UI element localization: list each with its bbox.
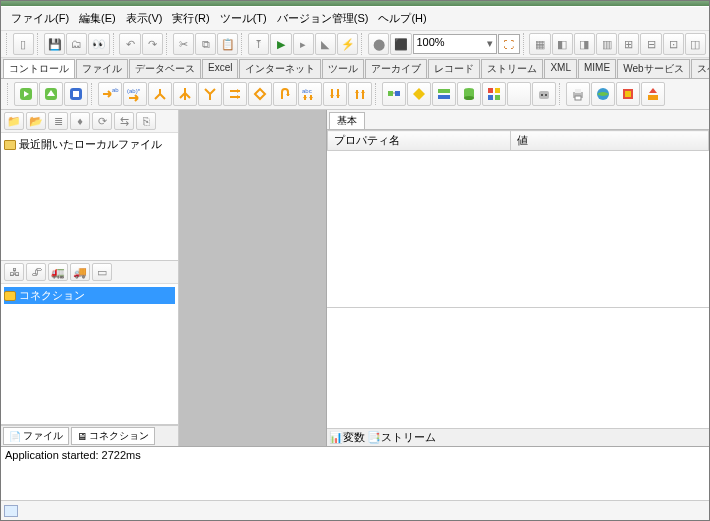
layout5-icon[interactable]: ⊟ [640, 33, 661, 55]
branch-uturn-icon[interactable] [273, 82, 297, 106]
tab-file[interactable]: 📄ファイル [3, 427, 69, 445]
category-tab[interactable]: MIME [578, 59, 616, 78]
sort-down-icon[interactable] [323, 82, 347, 106]
menu-file[interactable]: ファイル(F) [7, 9, 73, 28]
category-tab[interactable]: レコード [428, 59, 480, 78]
layout6-icon[interactable]: ⊡ [663, 33, 684, 55]
branch-right-icon[interactable]: abc [98, 82, 122, 106]
category-tab[interactable]: コントロール [3, 59, 75, 78]
conn-new-icon[interactable]: 🖧 [4, 263, 24, 281]
device-icon[interactable]: ▯ [13, 33, 34, 55]
layout7-icon[interactable]: ◫ [685, 33, 706, 55]
log-panel[interactable]: Application started: 2722ms [1, 446, 709, 500]
file-tree[interactable]: 最近開いたローカルファイル [1, 133, 178, 261]
undo-icon[interactable]: ↶ [119, 33, 140, 55]
branch-diamond-icon[interactable] [248, 82, 272, 106]
fast-run-icon[interactable]: ⚡ [337, 33, 358, 55]
flow-group-icon[interactable] [482, 82, 506, 106]
tab-variables[interactable]: 📊変数 [329, 430, 365, 445]
upload-icon[interactable] [641, 82, 665, 106]
category-tab[interactable]: XML [544, 59, 577, 78]
col-property-value[interactable]: 値 [510, 131, 708, 151]
save-icon[interactable]: 💾 [44, 33, 65, 55]
sync-icon[interactable]: ⇆ [114, 112, 134, 130]
folder-up-icon[interactable]: 📁 [4, 112, 24, 130]
node-up-icon[interactable] [39, 82, 63, 106]
category-tab[interactable]: Excel [202, 59, 238, 78]
printer-icon[interactable] [566, 82, 590, 106]
sort-up-icon[interactable] [348, 82, 372, 106]
connection-tree[interactable]: コネクション [1, 284, 178, 425]
zoom-fit-icon[interactable]: ⛶ [498, 34, 519, 54]
save-group-icon[interactable]: 🗂 [66, 33, 87, 55]
property-tabstrip: 基本 [327, 110, 709, 130]
category-tab[interactable]: ファイル [76, 59, 128, 78]
globe-icon[interactable] [591, 82, 615, 106]
category-tab[interactable]: Webサービス [617, 59, 689, 78]
stop-icon[interactable]: ⬛ [390, 33, 411, 55]
refresh-icon[interactable]: ⟳ [92, 112, 112, 130]
robot-icon[interactable] [532, 82, 556, 106]
link-icon[interactable]: ⎘ [136, 112, 156, 130]
col-property-name[interactable]: プロパティ名 [328, 131, 511, 151]
menu-help[interactable]: ヘルプ(H) [374, 9, 430, 28]
grid-icon[interactable]: ▦ [529, 33, 550, 55]
flow-diamond-icon[interactable] [407, 82, 431, 106]
flow-box2-icon[interactable] [432, 82, 456, 106]
branch-split3-icon[interactable] [173, 82, 197, 106]
svg-text:abc: abc [302, 88, 312, 94]
category-tab[interactable]: インターネット [239, 59, 321, 78]
category-tab[interactable]: アーカイブ [365, 59, 427, 78]
layout3-icon[interactable]: ▥ [596, 33, 617, 55]
flow-db-icon[interactable] [457, 82, 481, 106]
branch-y-icon[interactable] [198, 82, 222, 106]
branch-ab-icon[interactable]: (ab)* [123, 82, 147, 106]
node-stop-icon[interactable] [64, 82, 88, 106]
view-list-icon[interactable]: ≣ [48, 112, 68, 130]
branch-double-icon[interactable] [223, 82, 247, 106]
folder-new-icon[interactable]: 📂 [26, 112, 46, 130]
conn-box-icon[interactable]: ▭ [92, 263, 112, 281]
design-canvas[interactable] [179, 110, 327, 446]
menu-view[interactable]: 表示(V) [122, 9, 167, 28]
category-tab[interactable]: データベース [129, 59, 201, 78]
copy-icon[interactable]: ⧉ [195, 33, 216, 55]
svg-point-33 [545, 94, 547, 96]
paste-icon[interactable]: 📋 [217, 33, 238, 55]
menu-run[interactable]: 実行(R) [168, 9, 213, 28]
category-tab[interactable]: ツール [322, 59, 364, 78]
flow-box1-icon[interactable] [382, 82, 406, 106]
property-grid[interactable]: プロパティ名 値 [327, 130, 709, 308]
layout2-icon[interactable]: ◨ [574, 33, 595, 55]
tab-basic[interactable]: 基本 [329, 112, 365, 129]
menu-version[interactable]: バージョン管理(S) [273, 9, 373, 28]
category-tab[interactable]: スケジュール [691, 59, 709, 78]
menu-tool[interactable]: ツール(T) [216, 9, 271, 28]
run-part-icon[interactable]: ▸ [293, 33, 314, 55]
run-icon[interactable]: ▶ [270, 33, 291, 55]
branch-split2-icon[interactable] [148, 82, 172, 106]
layout4-icon[interactable]: ⊞ [618, 33, 639, 55]
conn-truck2-icon[interactable]: 🚚 [70, 263, 90, 281]
cut-icon[interactable]: ✂ [173, 33, 194, 55]
category-tab[interactable]: ストリーム [481, 59, 543, 78]
tree-connection-root[interactable]: コネクション [4, 287, 175, 304]
align-top-icon[interactable]: ⤒ [248, 33, 269, 55]
breakpoint-icon[interactable]: ◣ [315, 33, 336, 55]
tag-icon[interactable] [616, 82, 640, 106]
zoom-combo[interactable]: 100% [413, 34, 498, 54]
node-start-icon[interactable] [14, 82, 38, 106]
tree-recent-files[interactable]: 最近開いたローカルファイル [4, 136, 175, 153]
sort-abc-icon[interactable]: abc [298, 82, 322, 106]
conn-truck1-icon[interactable]: 🚛 [48, 263, 68, 281]
tab-connection[interactable]: 🖥コネクション [71, 427, 155, 445]
conn-edit-icon[interactable]: 🖇 [26, 263, 46, 281]
redo-icon[interactable]: ↷ [142, 33, 163, 55]
record-icon[interactable]: ⬤ [368, 33, 389, 55]
menu-edit[interactable]: 編集(E) [75, 9, 120, 28]
view-tree-icon[interactable]: ♦ [70, 112, 90, 130]
search-icon[interactable]: 👀 [88, 33, 109, 55]
tab-stream[interactable]: 📑ストリーム [367, 430, 436, 445]
moon-icon[interactable] [507, 82, 531, 106]
layout1-icon[interactable]: ◧ [552, 33, 573, 55]
